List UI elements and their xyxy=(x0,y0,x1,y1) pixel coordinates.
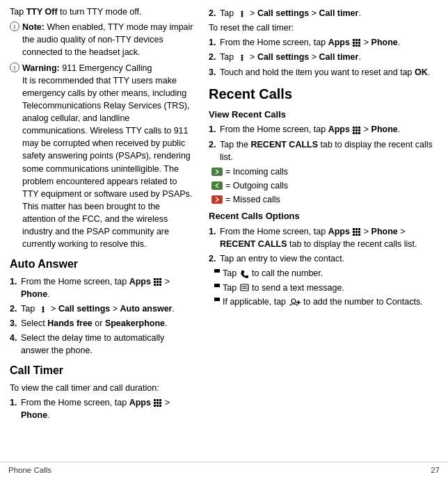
svg-point-4 xyxy=(42,306,44,308)
bullet-square-2 xyxy=(214,284,220,287)
legend-missed: = Missed calls xyxy=(211,193,438,206)
warning-text: Warning: 911 Emergency Calling It is rec… xyxy=(22,62,193,251)
reset-intro: To reset the call timer: xyxy=(209,22,438,34)
bullet-square-3 xyxy=(214,298,220,301)
legend-incoming-text: = Incoming calls xyxy=(225,165,288,178)
note-block: ! Note: When enabled, TTY mode may impai… xyxy=(10,21,193,58)
right-column: 2. Tap > Call settings > Call timer. To … xyxy=(202,0,448,462)
view-step-2: 2. Tap the RECENT CALLS tab to display t… xyxy=(209,138,438,163)
bullet-addcontact-text: If applicable, tap to add the number to … xyxy=(223,296,423,308)
bullet-square-1 xyxy=(214,269,220,273)
svg-point-19 xyxy=(291,299,296,303)
missed-call-icon xyxy=(211,195,223,204)
apps-grid-icon-4 xyxy=(353,127,360,134)
legend-outgoing-text: = Outgoing calls xyxy=(225,179,288,192)
outgoing-call-icon xyxy=(211,181,223,191)
apps-grid-icon-3 xyxy=(353,39,360,47)
settings-tap-icon-1 xyxy=(38,305,48,314)
warning-block: ! Warning: 911 Emergency Calling It is r… xyxy=(10,62,193,251)
auto-answer-step-4: 4. Select the delay time to automaticall… xyxy=(10,332,193,357)
page-container: Tap TTY Off to turn TTY mode off. ! Note… xyxy=(0,0,448,477)
left-column: Tap TTY Off to turn TTY mode off. ! Note… xyxy=(0,0,202,462)
legend-incoming: = Incoming calls xyxy=(211,165,438,178)
bullet-call: Tap to call the number. xyxy=(214,267,438,280)
settings-tap-icon-3 xyxy=(237,53,247,63)
bullet-addcontact: If applicable, tap to add the number to … xyxy=(214,296,438,308)
reset-step-3: 3. Touch and hold the item you want to r… xyxy=(209,66,438,79)
apps-grid-icon-1 xyxy=(154,278,161,286)
settings-tap-icon-2 xyxy=(237,9,247,19)
bullet-call-text: Tap to call the number. xyxy=(223,267,323,280)
svg-point-11 xyxy=(241,57,243,59)
svg-point-9 xyxy=(241,15,243,17)
call-timer-step-2: 2. Tap > Call settings > Call timer. xyxy=(209,7,438,19)
tty-off-intro: Tap TTY Off to turn TTY mode off. xyxy=(10,6,193,18)
auto-answer-step-2: 2. Tap > Call settings > Auto answer. xyxy=(10,302,193,315)
options-step-2: 2. Tap an entry to view the contact. xyxy=(209,252,438,265)
footer-left-text: Phone Calls xyxy=(8,466,51,474)
incoming-call-icon xyxy=(211,167,223,177)
view-recent-calls-heading: View Recent Calls xyxy=(209,108,438,122)
svg-rect-16 xyxy=(241,284,248,291)
reset-step-1: 1. From the Home screen, tap Apps > Phon… xyxy=(209,36,438,49)
add-contact-icon xyxy=(289,298,301,307)
reset-step-2: 2. Tap > Call settings > Call timer. xyxy=(209,51,438,63)
apps-grid-icon-2 xyxy=(154,399,161,407)
message-icon xyxy=(240,284,249,293)
svg-text:!: ! xyxy=(14,65,16,72)
call-timer-intro: To view the call timer and call duration… xyxy=(10,382,193,394)
phone-icon xyxy=(240,270,249,279)
call-timer-step-1: 1. From the Home screen, tap Apps > Phon… xyxy=(10,396,193,421)
note-icon: ! xyxy=(10,22,19,35)
call-timer-heading: Call Timer xyxy=(10,362,193,378)
options-step-1: 1. From the Home screen, tap Apps > Phon… xyxy=(209,225,438,250)
auto-answer-heading: Auto Answer xyxy=(10,256,193,272)
auto-answer-step-3: 3. Select Hands free or Speakerphone. xyxy=(10,317,193,330)
svg-text:!: ! xyxy=(14,24,16,31)
legend-outgoing: = Outgoing calls xyxy=(211,179,438,192)
svg-point-12 xyxy=(241,59,243,61)
legend-missed-text: = Missed calls xyxy=(225,193,280,206)
bullet-msg: Tap to send a text message. xyxy=(214,282,438,294)
recent-calls-heading: Recent Calls xyxy=(209,84,438,104)
auto-answer-steps: 1. From the Home screen, tap Apps > Phon… xyxy=(10,275,193,357)
reset-steps: 1. From the Home screen, tap Apps > Phon… xyxy=(209,36,438,78)
warning-icon: ! xyxy=(10,63,19,76)
view-step-1: 1. From the Home screen, tap Apps > Phon… xyxy=(209,123,438,136)
svg-point-10 xyxy=(241,55,243,57)
call-timer-steps: 1. From the Home screen, tap Apps > Phon… xyxy=(10,396,193,421)
view-recent-calls-steps: 1. From the Home screen, tap Apps > Phon… xyxy=(209,123,438,163)
recent-calls-options-heading: Recent Calls Options xyxy=(209,210,438,223)
svg-point-8 xyxy=(241,13,243,15)
recent-calls-options-steps: 1. From the Home screen, tap Apps > Phon… xyxy=(209,225,438,265)
auto-answer-step-1: 1. From the Home screen, tap Apps > Phon… xyxy=(10,275,193,300)
content-area: Tap TTY Off to turn TTY mode off. ! Note… xyxy=(0,0,448,462)
svg-point-6 xyxy=(42,310,44,312)
footer-page-number: 27 xyxy=(431,466,440,474)
footer-bar: Phone Calls 27 xyxy=(0,462,448,477)
svg-point-7 xyxy=(241,10,243,13)
apps-grid-icon-5 xyxy=(353,228,360,236)
svg-point-5 xyxy=(42,308,44,310)
bullet-msg-text: Tap to send a text message. xyxy=(223,282,344,294)
note-text: Note: When enabled, TTY mode may impair … xyxy=(22,21,193,58)
call-timer-step2-list: 2. Tap > Call settings > Call timer. xyxy=(209,7,438,19)
